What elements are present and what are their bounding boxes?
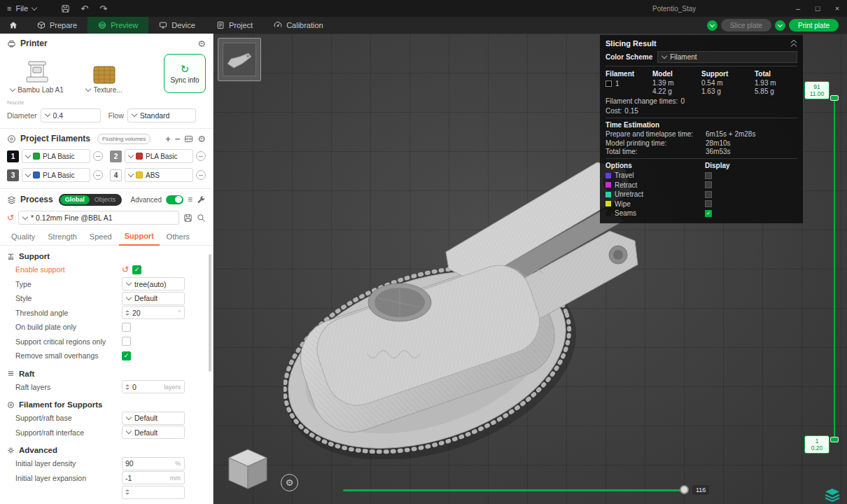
print-options-dropdown[interactable] xyxy=(775,20,785,31)
color-scheme-select[interactable]: Filament xyxy=(657,51,797,63)
wipe-display-checkbox[interactable] xyxy=(705,200,712,207)
slice-plate-button[interactable]: Slice plate xyxy=(721,19,771,31)
orientation-cube[interactable] xyxy=(223,444,272,493)
filament-color-badge[interactable]: 1 xyxy=(7,150,19,162)
initial-layer-expansion-input[interactable]: -1mm xyxy=(122,471,185,484)
tab-others[interactable]: Others xyxy=(161,230,195,245)
plate-select[interactable]: Texture... xyxy=(86,86,122,94)
tab-project[interactable]: Project xyxy=(206,17,263,34)
layer-slider-bottom-handle[interactable] xyxy=(830,437,839,442)
param-list-icon[interactable]: ≡ xyxy=(188,195,192,204)
raft-group-icon xyxy=(7,370,15,377)
enable-support-checkbox[interactable] xyxy=(132,265,141,274)
printer-card[interactable]: Bambu Lab A1 xyxy=(7,53,67,94)
filament-select[interactable]: ABS xyxy=(125,168,193,182)
tab-prepare[interactable]: Prepare xyxy=(27,17,88,34)
filament-color-badge[interactable]: 3 xyxy=(7,169,19,181)
on-build-plate-only-checkbox[interactable] xyxy=(122,323,131,332)
sidebar-scrollbar[interactable] xyxy=(209,254,211,372)
plate-thumbnail[interactable] xyxy=(218,38,261,81)
tab-support[interactable]: Support xyxy=(119,230,160,246)
color-scheme-label: Color Scheme xyxy=(606,53,652,61)
support-raft-interface-select[interactable]: Default xyxy=(122,426,185,439)
threshold-angle-input[interactable]: 20° xyxy=(122,306,185,319)
tab-strength[interactable]: Strength xyxy=(42,230,83,245)
advanced-toggle[interactable] xyxy=(166,195,183,204)
undo-button[interactable]: ↶ xyxy=(75,0,94,17)
filament-settings-gear-icon[interactable]: ⚙ xyxy=(197,134,206,144)
viewport-3d[interactable]: Slicing Result Color Scheme Filament Fil… xyxy=(214,34,847,504)
layer-slider-top-handle[interactable] xyxy=(830,95,839,101)
scope-objects-button[interactable]: Objects xyxy=(90,196,121,203)
plate-card[interactable]: Texture... xyxy=(74,53,134,94)
move-slider-handle[interactable] xyxy=(680,485,689,494)
print-plate-button[interactable]: Print plate xyxy=(789,19,839,31)
clipped-input[interactable] xyxy=(122,486,185,499)
wrench-icon[interactable] xyxy=(197,195,206,204)
printer-settings-gear-icon[interactable]: ⚙ xyxy=(197,39,206,48)
advanced-label: Advanced xyxy=(131,196,162,204)
setting-row-raft-layers: Raft layers 0layers xyxy=(0,380,213,395)
travel-display-checkbox[interactable] xyxy=(705,172,712,179)
flow-select[interactable]: Standard xyxy=(127,108,196,122)
unretract-display-checkbox[interactable] xyxy=(705,191,712,198)
filament-select[interactable]: PLA Basic xyxy=(22,149,90,163)
nozzle-label: Nozzle xyxy=(0,99,213,106)
tab-preview[interactable]: Preview xyxy=(88,17,148,34)
close-button[interactable]: × xyxy=(827,0,847,17)
edit-filament-button[interactable] xyxy=(93,170,103,180)
edit-filament-button[interactable] xyxy=(196,170,206,180)
revert-setting-icon[interactable]: ↺ xyxy=(122,265,129,274)
save-button[interactable] xyxy=(56,0,75,17)
process-preset-select[interactable]: * 0.12mm Fine @BBL A1 xyxy=(18,211,179,225)
spinner-arrows[interactable] xyxy=(125,384,130,390)
filament-color-badge[interactable]: 2 xyxy=(110,150,122,162)
layers-view-button[interactable] xyxy=(825,488,840,502)
edit-filament-button[interactable] xyxy=(93,151,103,161)
chevron-down-icon xyxy=(126,280,132,286)
tab-speed[interactable]: Speed xyxy=(84,230,118,245)
preset-modified-icon[interactable]: ↺ xyxy=(7,214,14,222)
tab-calibration[interactable]: Calibration xyxy=(263,17,334,34)
support-raft-base-select[interactable]: Default xyxy=(122,412,185,425)
filament-select[interactable]: PLA Basic xyxy=(125,149,193,163)
redo-icon: ↷ xyxy=(99,4,107,14)
search-icon[interactable] xyxy=(197,214,206,223)
maximize-button[interactable]: □ xyxy=(808,0,827,17)
tab-device[interactable]: Device xyxy=(148,17,206,34)
edit-filament-button[interactable] xyxy=(196,151,206,161)
collapse-panel-button[interactable] xyxy=(790,39,797,48)
support-critical-regions-checkbox[interactable] xyxy=(122,337,131,346)
initial-layer-density-input[interactable]: 90% xyxy=(122,457,185,470)
support-style-select[interactable]: Default xyxy=(122,292,185,305)
scope-global-button[interactable]: Global xyxy=(60,195,90,204)
redo-button[interactable]: ↷ xyxy=(94,0,113,17)
save-preset-button[interactable] xyxy=(183,214,192,223)
layer-slider-track[interactable] xyxy=(834,98,835,440)
add-filament-button[interactable]: + xyxy=(165,134,171,144)
slice-options-dropdown[interactable] xyxy=(707,20,718,31)
seams-display-checkbox[interactable] xyxy=(705,210,712,217)
spinner-arrows[interactable] xyxy=(125,310,130,316)
minimize-button[interactable]: – xyxy=(788,0,808,17)
move-slider-track[interactable] xyxy=(343,489,687,491)
remove-small-overhangs-checkbox[interactable] xyxy=(122,351,131,360)
home-button[interactable] xyxy=(0,17,27,34)
printer-select[interactable]: Bambu Lab A1 xyxy=(10,86,64,94)
filament-select[interactable]: PLA Basic xyxy=(22,168,90,182)
time-row: Prepare and timelapse time:6m15s + 2m28s xyxy=(606,130,797,138)
file-menu[interactable]: ≡ File xyxy=(0,0,43,17)
flushing-volumes-button[interactable]: Flushing volumes xyxy=(97,134,150,144)
sync-info-button[interactable]: ↻ Sync info xyxy=(164,54,206,93)
raft-layers-input[interactable]: 0layers xyxy=(122,380,185,393)
time-estimation-title: Time Estimation xyxy=(606,121,797,129)
preset-row: ↺ * 0.12mm Fine @BBL A1 xyxy=(0,207,213,229)
tab-quality[interactable]: Quality xyxy=(6,230,41,245)
support-type-select[interactable]: tree(auto) xyxy=(122,277,185,290)
retract-display-checkbox[interactable] xyxy=(705,181,712,188)
filament-color-badge[interactable]: 4 xyxy=(110,169,122,181)
ams-button[interactable] xyxy=(184,134,193,144)
remove-filament-button[interactable]: − xyxy=(175,134,181,144)
viewport-settings-button[interactable]: ⚙ xyxy=(281,474,298,491)
diameter-select[interactable]: 0.4 xyxy=(41,108,101,122)
